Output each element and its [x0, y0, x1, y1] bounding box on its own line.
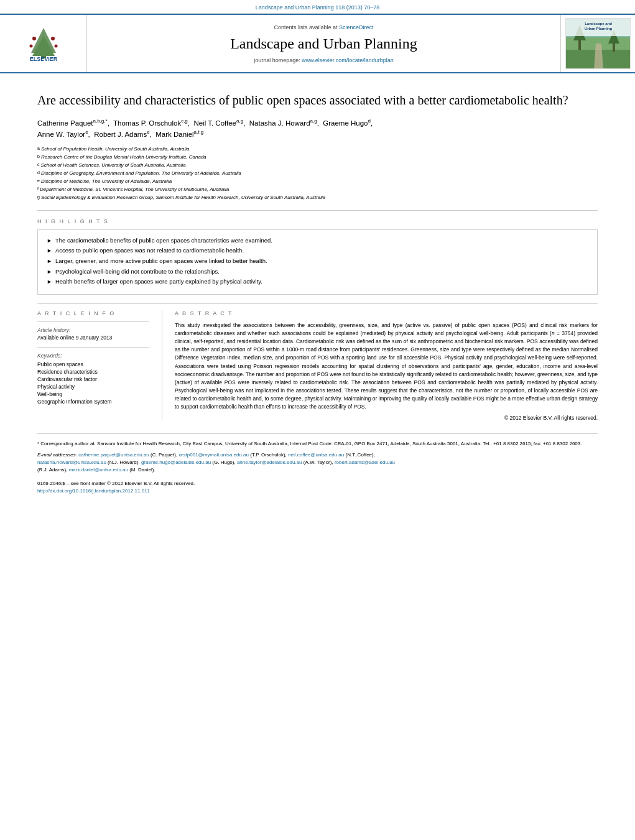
vertical-divider — [162, 310, 162, 421]
keyword-2: Residence characteristics — [37, 369, 149, 375]
svg-point-3 — [32, 37, 36, 40]
svg-point-5 — [29, 45, 32, 48]
email-link-2[interactable]: orstp001@mymail.unisa.edu.au — [178, 452, 249, 458]
svg-text:Landscape and: Landscape and — [585, 22, 612, 25]
keyword-5: Well-being — [37, 391, 149, 397]
homepage-link[interactable]: www.elsevier.com/locate/landurbplan — [302, 57, 394, 63]
page: Landscape and Urban Planning 118 (2013) … — [0, 0, 635, 840]
contents-available: Contents lists available at ScienceDirec… — [274, 24, 373, 30]
email-link-5[interactable]: graeme.hugo@adelaide.edu.au — [141, 459, 211, 465]
authors: Catherine Paqueta,b,g,*, Thomas P. Orsch… — [37, 118, 598, 141]
highlight-arrow-1: ► — [47, 237, 52, 245]
svg-text:Urban Planning: Urban Planning — [585, 27, 613, 30]
abstract-col: A B S T R A C T This study investigated … — [175, 310, 598, 421]
cover-landscape-svg: Landscape and Urban Planning — [566, 19, 631, 69]
author-4: Natasha J. Howarda,g, — [249, 119, 321, 127]
highlight-arrow-4: ► — [47, 268, 52, 276]
paper-title: Are accessibility and characteristics of… — [37, 92, 598, 109]
author-7: Robert J. Adamse, — [94, 131, 154, 138]
highlight-arrow-3: ► — [47, 257, 52, 265]
divider-1 — [37, 210, 598, 211]
email-addresses: E-mail addresses: catherine.paquet@unisa… — [37, 451, 598, 474]
doi-link[interactable]: http://dx.doi.org/10.1016/j.landurbplan.… — [37, 488, 150, 494]
aff-a: aSchool of Population Health, University… — [37, 145, 598, 153]
footer-info: 0169-2046/$ – see front matter © 2012 El… — [37, 480, 598, 496]
author-6: Anne W. Taylore, — [37, 131, 92, 138]
aff-c: cSchool of Health Sciences, University o… — [37, 162, 598, 169]
email-link-7[interactable]: robert.adams@adel.edu.au — [335, 459, 395, 465]
email-link-6[interactable]: anne.taylor@adelaide.edu.au — [237, 459, 302, 465]
two-col-section: A R T I C L E I N F O Article history: A… — [37, 310, 598, 421]
journal-title-center: Contents lists available at ScienceDirec… — [87, 15, 560, 72]
article-available-date: Available online 9 January 2013 — [37, 335, 149, 341]
email-link-4[interactable]: natasha.howard@unisa.edu.au — [37, 459, 106, 465]
top-bar: Landscape and Urban Planning 118 (2013) … — [0, 0, 635, 14]
elsevier-logo: ELSEVIER — [0, 15, 87, 72]
elsevier-tree-icon: ELSEVIER — [19, 25, 68, 62]
journal-ref: Landscape and Urban Planning 118 (2013) … — [256, 4, 380, 11]
highlight-2: ► Access to public open spaces was not r… — [47, 246, 588, 255]
corresponding-author-note: * Corresponding author at: Sansom Instit… — [37, 440, 598, 448]
doi-line: http://dx.doi.org/10.1016/j.landurbplan.… — [37, 487, 598, 496]
svg-text:ELSEVIER: ELSEVIER — [29, 56, 57, 62]
email-link-8[interactable]: mark.daniel@unisa.edu.au — [69, 467, 128, 473]
author-1: Catherine Paqueta,b,g,*, — [37, 119, 111, 127]
aff-e: eDiscipline of Medicine, The University … — [37, 178, 598, 185]
affiliations: aSchool of Population Health, University… — [37, 145, 598, 201]
copyright-notice: © 2012 Elsevier B.V. All rights reserved… — [175, 415, 598, 421]
journal-homepage: journal homepage: www.elsevier.com/locat… — [254, 57, 394, 63]
svg-point-4 — [51, 37, 55, 40]
highlight-3: ► Larger, greener, and more active publi… — [47, 257, 588, 265]
issn-line: 0169-2046/$ – see front matter © 2012 El… — [37, 480, 598, 488]
abstract-label: A B S T R A C T — [175, 310, 598, 316]
keyword-4: Physical activity — [37, 384, 149, 390]
keyword-3: Cardiovascular risk factor — [37, 376, 149, 382]
email-link-1[interactable]: catherine.paquet@unisa.edu.au — [78, 452, 149, 458]
keyword-1: Public open spaces — [37, 361, 149, 367]
highlight-4: ► Psychological well-being did not contr… — [47, 267, 588, 276]
author-2: Thomas P. Orschulokc,g, — [113, 119, 192, 127]
left-divider-2 — [37, 347, 149, 348]
author-3: Neil T. Coffeea,g, — [193, 119, 247, 127]
author-8: Mark Daniela,f,g — [155, 131, 203, 138]
abstract-text: This study investigated the associations… — [175, 321, 598, 412]
email-link-3[interactable]: neil.coffee@unisa.edu.au — [288, 452, 344, 458]
journal-cover: Landscape and Urban Planning La — [560, 15, 635, 72]
n-value: n — [552, 330, 555, 336]
journal-cover-image: Landscape and Urban Planning La — [565, 18, 631, 69]
author-5: Graeme Hugod, — [323, 119, 373, 127]
highlight-arrow-5: ► — [47, 278, 52, 286]
article-info-label: A R T I C L E I N F O — [37, 310, 149, 316]
aff-g: gSocial Epidemiology & Evaluation Resear… — [37, 194, 598, 201]
aff-b: bResearch Centre of the Douglas Mental H… — [37, 154, 598, 161]
highlight-arrow-2: ► — [47, 247, 52, 255]
highlights-box: ► The cardiometabolic benefits of public… — [37, 229, 598, 295]
journal-header: ELSEVIER Contents lists available at Sci… — [0, 14, 635, 73]
highlight-1: ► The cardiometabolic benefits of public… — [47, 236, 588, 245]
article-info-col: A R T I C L E I N F O Article history: A… — [37, 310, 149, 421]
left-divider-1 — [37, 321, 149, 322]
svg-point-6 — [54, 45, 57, 48]
aff-f: fDepartment of Medicine, St. Vincent's H… — [37, 186, 598, 193]
highlight-5: ► Health benefits of larger open spaces … — [47, 277, 588, 286]
sciencedirect-link[interactable]: ScienceDirect — [339, 24, 374, 30]
aff-d: dDiscipline of Geography, Environment an… — [37, 170, 598, 177]
divider-2 — [37, 303, 598, 304]
keyword-6: Geographic Information System — [37, 399, 149, 405]
main-content: Are accessibility and characteristics of… — [0, 73, 635, 508]
highlights-label: H I G H L I G H T S — [37, 218, 598, 224]
footnotes: * Corresponding author at: Sansom Instit… — [37, 433, 598, 496]
keywords-label: Keywords: — [37, 353, 149, 359]
journal-main-title: Landscape and Urban Planning — [230, 35, 417, 52]
article-history-label: Article history: — [37, 327, 149, 333]
